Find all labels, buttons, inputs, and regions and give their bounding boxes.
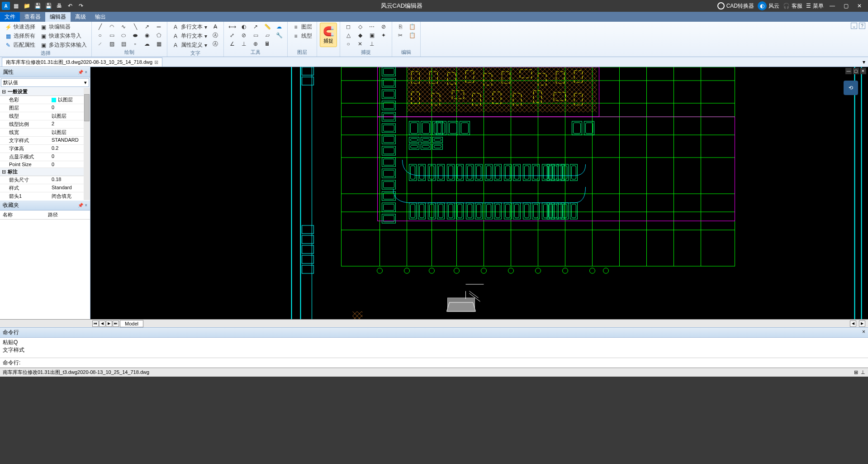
snap-perp[interactable]: ⊥: [366, 40, 377, 48]
file-tab[interactable]: 南车库车位修改01.31出图_t3.dwg2020-08-13_10_25_14…: [2, 57, 162, 67]
ellipse-tool[interactable]: ⬭: [118, 31, 129, 39]
service-button[interactable]: 🎧客服: [783, 2, 802, 10]
command-close-icon[interactable]: ×: [862, 329, 865, 336]
snap-center[interactable]: ○: [343, 40, 354, 48]
wrench-button[interactable]: 🔧: [274, 31, 285, 39]
dim-linear-tool[interactable]: ⟷: [227, 23, 237, 31]
ribbon-collapse-icon[interactable]: ⌄: [851, 23, 857, 29]
prop-row[interactable]: 点显示模式0: [0, 153, 90, 161]
text-tool-2[interactable]: Ⓐ: [210, 31, 221, 39]
mtext-button[interactable]: A多行文本▾: [170, 23, 209, 31]
new-icon[interactable]: ▦: [11, 1, 21, 11]
snap-quadrant[interactable]: ◆: [355, 31, 365, 39]
properties-scrollbar[interactable]: [84, 88, 90, 200]
polygon-tool[interactable]: ⬠: [153, 31, 164, 39]
polyline-tool[interactable]: ⟋: [95, 40, 105, 48]
canvas[interactable]: — ▢ ✕ ⟲: [90, 67, 868, 319]
xline-tool[interactable]: ╲: [130, 23, 141, 31]
cloud-button[interactable]: ☁: [274, 23, 285, 31]
canvas-min-icon[interactable]: —: [845, 68, 852, 74]
status-ortho-icon[interactable]: ⊥: [861, 369, 865, 375]
area-tool[interactable]: ▱: [262, 31, 273, 39]
stext-button[interactable]: A单行文本▾: [170, 32, 209, 40]
layer-button[interactable]: ≡图层: [290, 23, 314, 31]
undo-icon[interactable]: ↶: [65, 1, 75, 11]
prop-row[interactable]: 箭头尺寸0.18: [0, 176, 90, 184]
prop-row[interactable]: 线宽以图层: [0, 129, 90, 137]
rect-tool[interactable]: ▭: [106, 31, 117, 39]
prop-section-general[interactable]: 一般设置: [0, 88, 90, 96]
calc-tool[interactable]: 🖩: [262, 40, 273, 48]
status-grid-icon[interactable]: ⊞: [854, 369, 858, 375]
dim-diameter-tool[interactable]: ⊘: [238, 31, 249, 39]
snap-midpoint[interactable]: △: [343, 31, 354, 39]
snap-button[interactable]: 🧲 捕捉: [320, 23, 337, 47]
prop-row[interactable]: 字体高0.2: [0, 145, 90, 153]
tab-first-icon[interactable]: ⏮: [92, 320, 99, 327]
tab-prev-icon[interactable]: ◀: [99, 320, 105, 327]
measure-tool[interactable]: 📏: [262, 23, 273, 31]
open-icon[interactable]: 📁: [22, 1, 32, 11]
table-tool[interactable]: ▦: [153, 40, 164, 48]
dim-angular-tool[interactable]: ∠: [227, 40, 237, 48]
donut-tool[interactable]: ◉: [142, 31, 152, 39]
fill-tool[interactable]: ▤: [118, 40, 129, 48]
hscroll-right-icon[interactable]: ▶: [859, 320, 865, 327]
paste-special-button[interactable]: 📋: [407, 31, 417, 39]
quick-select-button[interactable]: ⚡快速选择: [3, 23, 37, 31]
arc-tool[interactable]: ◠: [106, 23, 117, 31]
mline-tool[interactable]: ═: [153, 23, 164, 31]
snap-tangent[interactable]: ⊘: [378, 23, 389, 31]
snap-intersect[interactable]: ✕: [355, 40, 365, 48]
redo-icon[interactable]: ↷: [76, 1, 86, 11]
polygon-entity-input-button[interactable]: ▣多边形实体输入: [38, 41, 89, 49]
close-tab-icon[interactable]: ⊠: [154, 59, 158, 65]
menu-button[interactable]: ☰菜单: [806, 2, 824, 10]
snap-endpoint[interactable]: ◻: [343, 23, 354, 31]
snap-nearest[interactable]: ✦: [378, 31, 389, 39]
file-tab-dropdown-icon[interactable]: ▾: [863, 59, 865, 65]
circle-tool[interactable]: ○: [95, 31, 105, 39]
canvas-close-icon[interactable]: ✕: [860, 68, 866, 74]
minimize-button[interactable]: —: [827, 1, 837, 11]
saveall-icon[interactable]: 💾: [43, 1, 53, 11]
point-tool[interactable]: ▫: [130, 40, 141, 48]
dim-aligned-tool[interactable]: ⤢: [227, 31, 237, 39]
canvas-max-icon[interactable]: ▢: [853, 68, 859, 74]
dim-ordinate-tool[interactable]: ⊥: [238, 40, 249, 48]
prop-row[interactable]: 图层0: [0, 104, 90, 112]
maximize-button[interactable]: ▢: [841, 1, 851, 11]
prop-row[interactable]: 样式Standard: [0, 184, 90, 192]
snap-insert[interactable]: ▣: [366, 31, 377, 39]
menu-editor[interactable]: 编辑器: [45, 12, 71, 22]
copy-button[interactable]: ⎘: [395, 23, 406, 31]
menu-advanced[interactable]: 高级: [71, 12, 90, 22]
match-props-button[interactable]: ✎匹配属性: [3, 41, 37, 49]
line-tool[interactable]: ╱: [95, 23, 105, 31]
cloud-tool[interactable]: ☁: [142, 40, 152, 48]
menu-file[interactable]: 文件: [0, 12, 20, 22]
text-tool-1[interactable]: A̶: [210, 23, 221, 31]
prop-row[interactable]: Point Size0: [0, 161, 90, 168]
center-tool[interactable]: ⊕: [250, 40, 261, 48]
prop-row[interactable]: 箭头1闭合填充: [0, 192, 90, 200]
menu-output[interactable]: 输出: [90, 12, 110, 22]
ray-tool[interactable]: ↗: [142, 23, 152, 31]
tolerance-tool[interactable]: ▭: [250, 31, 261, 39]
snap-node[interactable]: ◇: [355, 23, 365, 31]
close-button[interactable]: ✕: [854, 1, 864, 11]
text-tool-3[interactable]: Ⓐ: [210, 40, 221, 48]
pin-icon[interactable]: 📌 ×: [78, 70, 87, 75]
leader-tool[interactable]: ↗: [250, 23, 261, 31]
cad-converter-button[interactable]: CAD转换器: [717, 2, 754, 10]
print-icon[interactable]: 🖶: [54, 1, 64, 11]
ellipse2-tool[interactable]: ⬬: [130, 31, 141, 39]
prop-row[interactable]: 色彩以图层: [0, 96, 90, 104]
nav-cube[interactable]: ⟲: [844, 81, 858, 95]
tab-last-icon[interactable]: ⏭: [113, 320, 119, 327]
pin-icon[interactable]: 📌 ×: [78, 203, 87, 208]
prop-row[interactable]: 线型比例2: [0, 120, 90, 129]
block-editor-button[interactable]: ▣块编辑器: [38, 23, 89, 31]
tab-next-icon[interactable]: ▶: [106, 320, 112, 327]
hscroll-left-icon[interactable]: ◀: [850, 320, 856, 327]
